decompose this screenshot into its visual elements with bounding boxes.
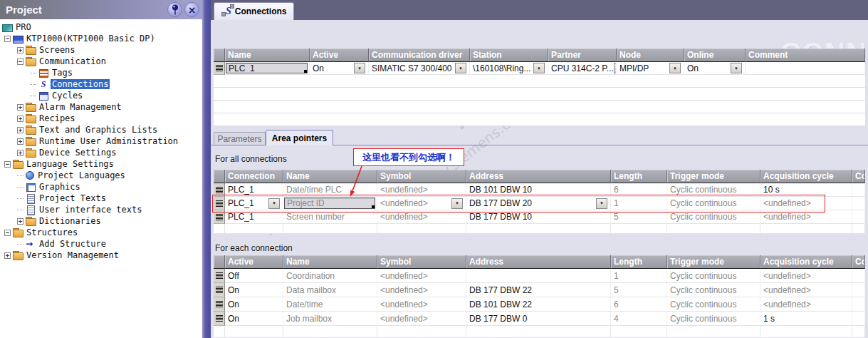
acquisition-cycle-cell[interactable]: <undefined> bbox=[760, 269, 852, 283]
sidebar-item-user-interface-texts[interactable]: User interface texts bbox=[0, 204, 202, 215]
empty-cell[interactable] bbox=[852, 224, 865, 234]
length-cell[interactable]: 5 bbox=[611, 210, 667, 224]
driver-cell[interactable]: SIMATIC S7 300/400▼ bbox=[369, 62, 470, 75]
name-cell[interactable]: Coordination bbox=[283, 269, 377, 283]
sidebar-item-structures[interactable]: −Structures bbox=[0, 227, 202, 238]
expand-icon[interactable]: + bbox=[17, 104, 23, 111]
empty-cell[interactable] bbox=[611, 224, 667, 234]
sidebar-item-connections[interactable]: SConnections bbox=[0, 78, 202, 90]
expand-icon[interactable]: + bbox=[17, 218, 23, 225]
sidebar-item-add-structure[interactable]: →Add Structure bbox=[0, 238, 202, 250]
empty-cell[interactable] bbox=[760, 224, 852, 234]
row-selector[interactable] bbox=[214, 183, 225, 197]
acquisition-cycle-cell[interactable]: <undefined> bbox=[760, 197, 852, 210]
connection-cell[interactable]: PLC_1 bbox=[225, 183, 283, 197]
trigger-mode-cell[interactable]: Cyclic continuous bbox=[667, 312, 760, 326]
empty-cell[interactable] bbox=[667, 326, 760, 338]
row-selector[interactable] bbox=[214, 297, 225, 312]
length-cell[interactable]: 6 bbox=[611, 183, 667, 197]
row-selector[interactable] bbox=[214, 312, 225, 326]
name-cell[interactable]: Project ID bbox=[283, 197, 377, 210]
address-cell[interactable]: DB 101 DBW 10 bbox=[466, 183, 611, 197]
sidebar-item-dictionaries[interactable]: +Dictionaries bbox=[0, 215, 202, 227]
empty-row[interactable] bbox=[214, 88, 865, 101]
expand-icon[interactable]: + bbox=[17, 150, 23, 156]
acquisition-cycle-cell[interactable]: <undefined> bbox=[760, 297, 852, 312]
sidebar-item-project-texts[interactable]: Project Texts bbox=[0, 193, 202, 204]
pin-button[interactable] bbox=[167, 2, 182, 17]
row-selector[interactable] bbox=[214, 210, 225, 224]
empty-cell[interactable] bbox=[760, 326, 852, 338]
dropdown-icon[interactable]: ▼ bbox=[451, 198, 463, 209]
address-cell[interactable] bbox=[466, 269, 611, 283]
expand-icon[interactable]: + bbox=[17, 116, 23, 122]
tab-area-pointers[interactable]: Area pointers bbox=[266, 130, 333, 145]
dropdown-icon[interactable]: ▼ bbox=[455, 63, 466, 73]
comment-cell[interactable] bbox=[852, 269, 865, 283]
address-cell[interactable]: DB 177 DBW 10 bbox=[466, 210, 611, 224]
active-cell[interactable]: On bbox=[225, 283, 283, 297]
active-cell[interactable]: On bbox=[225, 297, 283, 312]
empty-cell[interactable] bbox=[377, 224, 466, 234]
connection-cell[interactable]: PLC_1 bbox=[225, 210, 283, 224]
symbol-cell[interactable]: <undefined> bbox=[377, 183, 466, 197]
address-cell[interactable]: DB 177 DBW 22 bbox=[466, 283, 611, 297]
collapse-icon[interactable]: − bbox=[4, 230, 11, 236]
collapse-icon[interactable]: − bbox=[4, 161, 11, 168]
active-cell[interactable]: On▼ bbox=[310, 62, 369, 75]
station-cell[interactable]: \160108\Ring...▼ bbox=[470, 62, 548, 75]
dropdown-icon[interactable]: ▼ bbox=[533, 63, 545, 73]
sidebar-item-graphics[interactable]: Graphics bbox=[0, 181, 202, 193]
sidebar-item-recipes[interactable]: +Recipes bbox=[0, 113, 202, 124]
sidebar-item-runtime-user-admin[interactable]: +Runtime User Administration bbox=[0, 135, 202, 147]
symbol-cell[interactable]: <undefined> bbox=[377, 269, 466, 283]
sidebar-item-version-management[interactable]: +Version Management bbox=[0, 250, 202, 261]
sidebar-item-device-settings[interactable]: +Device Settings bbox=[0, 147, 202, 158]
trigger-mode-cell[interactable]: Cyclic continuous bbox=[667, 283, 760, 297]
length-cell[interactable]: 4 bbox=[611, 312, 667, 326]
name-cell[interactable]: Data mailbox bbox=[283, 283, 377, 297]
sidebar-item-tags[interactable]: Tags bbox=[0, 67, 202, 78]
dropdown-icon[interactable]: ▼ bbox=[354, 63, 365, 73]
tab-connections[interactable]: S Connections bbox=[214, 2, 294, 20]
dropdown-icon[interactable]: ▼ bbox=[731, 63, 742, 73]
symbol-cell[interactable]: <undefined>▼ bbox=[377, 197, 466, 210]
sidebar-item-screens[interactable]: +Screens bbox=[0, 44, 202, 56]
connection-cell[interactable]: PLC_1▼ bbox=[225, 197, 283, 210]
empty-cell[interactable] bbox=[377, 326, 466, 338]
expand-icon[interactable]: + bbox=[17, 138, 23, 145]
empty-row[interactable] bbox=[214, 101, 865, 113]
empty-cell[interactable] bbox=[214, 224, 225, 234]
sidebar-item-cycles[interactable]: Cycles bbox=[0, 90, 202, 101]
name-cell[interactable]: PLC_1 bbox=[225, 62, 310, 75]
comment-cell[interactable] bbox=[746, 62, 865, 75]
length-cell[interactable]: 1 bbox=[611, 197, 667, 210]
trigger-mode-cell[interactable]: Cyclic continuous bbox=[667, 210, 760, 224]
collapse-icon[interactable]: − bbox=[4, 36, 11, 42]
name-cell[interactable]: Screen number bbox=[283, 210, 377, 224]
empty-cell[interactable] bbox=[852, 326, 865, 338]
row-selector[interactable] bbox=[214, 269, 225, 283]
symbol-cell[interactable]: <undefined> bbox=[377, 283, 466, 297]
comment-cell[interactable] bbox=[852, 210, 865, 224]
name-cell[interactable]: Date/time bbox=[283, 297, 377, 312]
acquisition-cycle-cell[interactable]: 10 s bbox=[760, 183, 852, 197]
sidebar-item-communication[interactable]: −Communication bbox=[0, 56, 202, 67]
comment-cell[interactable] bbox=[852, 312, 865, 326]
trigger-mode-cell[interactable]: Cyclic continuous bbox=[667, 197, 760, 210]
empty-cell[interactable] bbox=[283, 224, 377, 234]
name-cell[interactable]: Job mailbox bbox=[283, 312, 377, 326]
empty-cell[interactable] bbox=[225, 326, 283, 338]
symbol-cell[interactable]: <undefined> bbox=[377, 297, 466, 312]
row-selector[interactable] bbox=[214, 62, 225, 75]
comment-cell[interactable] bbox=[852, 183, 865, 197]
panel-splitter[interactable] bbox=[202, 0, 211, 338]
node-cell[interactable]: MPI/DP▼ bbox=[617, 62, 684, 75]
expand-icon[interactable]: + bbox=[17, 47, 23, 53]
sidebar-item-language-settings[interactable]: −Language Settings bbox=[0, 158, 202, 170]
address-cell[interactable]: DB 177 DBW 0 bbox=[466, 312, 611, 326]
online-cell[interactable]: On▼ bbox=[684, 62, 746, 75]
sidebar-item-text-graphics-lists[interactable]: +Text and Graphics Lists bbox=[0, 124, 202, 135]
active-cell[interactable]: Off bbox=[225, 269, 283, 283]
tab-parameters[interactable]: Parameters bbox=[214, 132, 266, 145]
